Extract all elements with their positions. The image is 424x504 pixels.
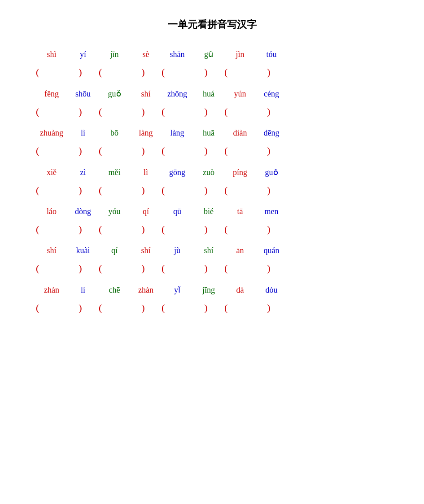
bracket-row-5: ()()()() <box>36 263 388 274</box>
pinyin-word-1-5: huá <box>193 89 224 99</box>
bracket-open: ( <box>162 106 165 118</box>
pinyin-word-6-0: zhàn <box>36 285 67 295</box>
bracket-group-4-1: () <box>99 224 162 235</box>
pinyin-word-4-1: dòng <box>67 207 99 216</box>
bracket-close: ) <box>267 184 270 196</box>
bracket-group-0-3: () <box>224 66 287 78</box>
pinyin-word-1-3: shí <box>130 89 162 99</box>
bracket-row-2: ()()()() <box>36 145 388 157</box>
bracket-group-4-0: () <box>36 224 99 235</box>
bracket-group-1-1: () <box>99 106 162 118</box>
bracket-open: ( <box>162 184 165 196</box>
bracket-group-4-2: () <box>162 224 224 235</box>
bracket-close: ) <box>141 145 144 157</box>
pinyin-word-5-4: jù <box>162 246 193 255</box>
pinyin-word-3-6: píng <box>224 168 256 177</box>
pinyin-word-2-6: diàn <box>224 128 256 138</box>
pinyin-word-3-4: gōng <box>162 168 193 177</box>
bracket-open: ( <box>36 224 39 235</box>
pinyin-word-2-0: zhuàng <box>36 128 67 138</box>
bracket-open: ( <box>36 302 39 314</box>
pinyin-word-0-0: shì <box>36 50 67 59</box>
pinyin-word-0-2: jīn <box>99 50 130 59</box>
bracket-close: ) <box>79 302 82 314</box>
bracket-open: ( <box>162 263 165 274</box>
pinyin-word-3-5: zuò <box>193 168 224 177</box>
pinyin-row-5: shíkuàiqíshíjùshíānquán <box>36 246 388 255</box>
pinyin-word-0-5: gǔ <box>193 49 224 59</box>
bracket-close: ) <box>267 302 270 314</box>
bracket-group-6-2: () <box>162 302 224 314</box>
pinyin-word-4-2: yóu <box>99 207 130 216</box>
pinyin-word-4-5: bié <box>193 207 224 216</box>
bracket-group-6-1: () <box>99 302 162 314</box>
bracket-close: ) <box>204 263 207 274</box>
pinyin-word-5-2: qí <box>99 246 130 255</box>
pinyin-row-6: zhànlìchēzhànyǐjīngdàdòu <box>36 285 388 295</box>
bracket-group-2-3: () <box>224 145 287 157</box>
bracket-close: ) <box>204 106 207 118</box>
bracket-group-6-3: () <box>224 302 287 314</box>
pinyin-word-3-3: lì <box>130 168 162 177</box>
pinyin-word-5-0: shí <box>36 246 67 255</box>
pinyin-word-6-5: jīng <box>193 285 224 295</box>
content-area: shìyíjīnsèshāngǔjìntóu()()()()fēngshōugu… <box>36 49 388 314</box>
bracket-open: ( <box>162 224 165 235</box>
bracket-group-3-3: () <box>224 184 287 196</box>
bracket-close: ) <box>79 263 82 274</box>
pinyin-word-1-7: céng <box>256 89 287 99</box>
bracket-open: ( <box>99 263 102 274</box>
bracket-group-1-2: () <box>162 106 224 118</box>
row-group-2: zhuànglìbōlànglànghuādiàndēng()()()() <box>36 128 388 157</box>
bracket-close: ) <box>141 302 144 314</box>
bracket-group-5-0: () <box>36 263 99 274</box>
pinyin-word-6-4: yǐ <box>162 285 193 295</box>
bracket-group-2-2: () <box>162 145 224 157</box>
pinyin-word-4-7: men <box>256 207 287 216</box>
bracket-group-0-0: () <box>36 66 99 78</box>
bracket-close: ) <box>79 184 82 196</box>
pinyin-word-6-1: lì <box>67 285 99 295</box>
bracket-open: ( <box>224 184 227 196</box>
bracket-group-3-2: () <box>162 184 224 196</box>
pinyin-word-2-4: làng <box>162 128 193 138</box>
bracket-group-0-2: () <box>162 66 224 78</box>
bracket-open: ( <box>162 302 165 314</box>
bracket-open: ( <box>36 145 39 157</box>
pinyin-word-2-1: lì <box>67 128 99 138</box>
pinyin-word-5-3: shí <box>130 246 162 255</box>
bracket-open: ( <box>99 145 102 157</box>
pinyin-row-0: shìyíjīnsèshāngǔjìntóu <box>36 49 388 59</box>
pinyin-word-5-6: ān <box>224 246 256 255</box>
pinyin-row-3: xiězìměilìgōngzuòpíngguǒ <box>36 167 388 177</box>
bracket-close: ) <box>267 145 270 157</box>
bracket-close: ) <box>141 263 144 274</box>
pinyin-word-4-3: qí <box>130 207 162 216</box>
pinyin-word-2-3: làng <box>130 128 162 138</box>
row-group-3: xiězìměilìgōngzuòpíngguǒ()()()() <box>36 167 388 196</box>
bracket-open: ( <box>36 106 39 118</box>
bracket-group-5-1: () <box>99 263 162 274</box>
pinyin-word-1-6: yún <box>224 89 256 99</box>
bracket-open: ( <box>224 66 227 78</box>
page-title: 一单元看拼音写汉字 <box>36 18 388 31</box>
bracket-row-0: ()()()() <box>36 66 388 78</box>
bracket-group-2-0: () <box>36 145 99 157</box>
bracket-close: ) <box>204 302 207 314</box>
bracket-open: ( <box>162 66 165 78</box>
pinyin-word-6-2: chē <box>99 285 130 295</box>
bracket-close: ) <box>79 106 82 118</box>
bracket-open: ( <box>36 184 39 196</box>
pinyin-word-1-4: zhōng <box>162 89 193 99</box>
pinyin-word-0-7: tóu <box>256 50 287 59</box>
bracket-open: ( <box>99 66 102 78</box>
pinyin-row-4: láodòngyóuqíqūbiétāmen <box>36 207 388 216</box>
bracket-group-0-1: () <box>99 66 162 78</box>
bracket-open: ( <box>224 145 227 157</box>
bracket-row-3: ()()()() <box>36 184 388 196</box>
bracket-close: ) <box>204 224 207 235</box>
bracket-close: ) <box>204 184 207 196</box>
pinyin-word-0-6: jìn <box>224 50 256 59</box>
bracket-open: ( <box>99 224 102 235</box>
bracket-open: ( <box>224 224 227 235</box>
